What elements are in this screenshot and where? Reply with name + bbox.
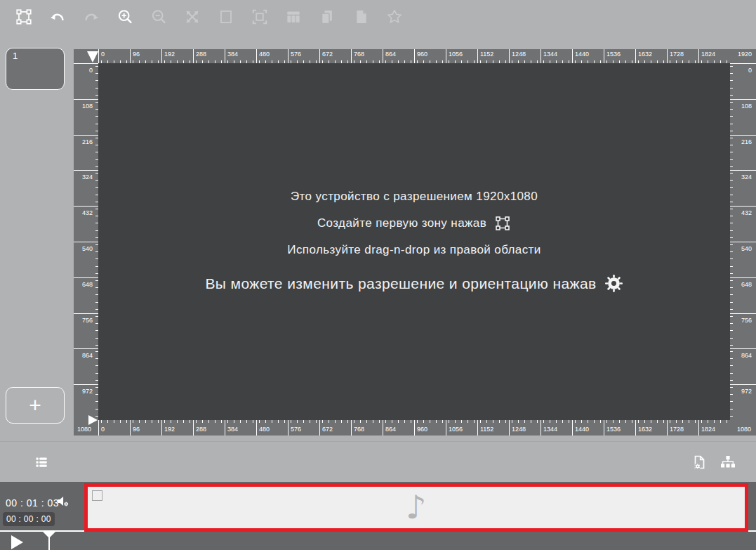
ruler-corner-top-right: 1920 — [730, 49, 756, 63]
ruler-tick-label: 1344 — [541, 49, 572, 63]
file-settings-icon[interactable] — [691, 454, 708, 471]
ruler-tick-label: 1440 — [572, 49, 604, 63]
hierarchy-icon[interactable] — [719, 454, 736, 471]
ruler-corner-bottom-right: 1080 — [730, 420, 756, 436]
ruler-tick-label: 1152 — [477, 420, 509, 436]
ruler-tick-label: 1824 — [698, 49, 730, 63]
ruler-tick-label: 480 — [256, 420, 288, 436]
undo-icon[interactable] — [48, 8, 67, 26]
ruler-tick-label: 384 — [225, 49, 256, 63]
fit-to-screen-icon[interactable] — [251, 8, 269, 26]
expand-arrows-icon[interactable] — [183, 8, 201, 26]
columns-layout-icon[interactable] — [284, 8, 303, 26]
ruler-tick-label: 324 — [730, 170, 756, 206]
ruler-tick-label: 96 — [130, 420, 161, 436]
paste-icon[interactable] — [352, 8, 370, 26]
ruler-tick-label: 648 — [74, 277, 98, 313]
ruler-tick-label: 1632 — [635, 49, 667, 63]
ruler-tick-label: 192 — [161, 49, 193, 63]
timeline: 00 : 01 : 03 00 : 00 : 00 ♪ — [0, 482, 756, 550]
zone-tool-icon — [494, 215, 511, 232]
rectangle-zone-icon[interactable] — [217, 8, 235, 26]
ruler-horizontal-top: 0961922883844805766727688649601056115212… — [74, 49, 756, 63]
ruler-tick-label: 576 — [288, 49, 319, 63]
ruler-tick-label: 1536 — [604, 49, 635, 63]
canvas-hint-line: Используйте drag-n-drop из правой област… — [287, 242, 541, 258]
ruler-marker-horizontal — [87, 51, 98, 63]
canvas-hint-line: Создайте первую зону нажав — [317, 215, 511, 231]
ruler-tick-label: 960 — [414, 49, 446, 63]
plus-icon: + — [29, 393, 41, 417]
bottom-bar — [0, 441, 756, 482]
ruler-tick-label: 972 — [730, 384, 756, 420]
ruler-tick-label: 480 — [256, 49, 288, 63]
ruler-tick-label: 1632 — [635, 420, 667, 436]
ruler-tick-label: 672 — [319, 420, 351, 436]
slide-thumbnail[interactable]: 1 — [6, 48, 65, 90]
ruler-tick-label: 768 — [351, 49, 383, 63]
timeline-duration: 00 : 01 : 03 — [6, 497, 59, 509]
toolbar — [0, 0, 756, 34]
ruler-tick-label: 1440 — [572, 420, 604, 436]
playhead-line — [48, 532, 50, 550]
ruler-tick-label: 324 — [74, 170, 98, 206]
ruler-tick-label: 864 — [730, 348, 756, 384]
play-button[interactable] — [11, 535, 23, 549]
ruler-tick-label: 0 — [98, 49, 130, 63]
favorite-star-icon[interactable] — [385, 8, 404, 26]
canvas-hint-line: Это устройство с разрешением 1920x1080 — [291, 188, 538, 204]
ruler-tick-label: 768 — [351, 420, 383, 436]
music-note-icon: ♪ — [406, 491, 426, 523]
current-time-badge: 00 : 00 : 00 — [3, 512, 55, 526]
ruler-tick-label: 108 — [730, 99, 756, 135]
ruler-tick-label: 540 — [74, 242, 98, 277]
add-slide-button[interactable]: + — [6, 387, 65, 424]
ruler-tick-label: 1728 — [667, 49, 698, 63]
ruler-tick-label: 540 — [730, 242, 756, 277]
ruler-tick-label: 1344 — [541, 420, 572, 436]
audio-settings-button[interactable] — [56, 495, 70, 509]
zoom-out-icon[interactable] — [150, 8, 168, 26]
canvas-hint-line: Вы можете изменить разрешение и ориентац… — [205, 275, 623, 292]
zone-tool-icon[interactable] — [15, 8, 33, 26]
ruler-marker-vertical — [88, 415, 98, 425]
canvas-hints: Это устройство с разрешением 1920x1080Со… — [98, 188, 730, 302]
ruler-tick-label: 864 — [383, 420, 414, 436]
ruler-tick-label: 1248 — [509, 420, 541, 436]
app-window: 1 + 096192288384480576672768864960105611… — [0, 0, 756, 550]
ruler-tick-label: 288 — [193, 49, 225, 63]
ruler-tick-label: 1056 — [446, 49, 477, 63]
ruler-tick-label: 216 — [730, 135, 756, 171]
ruler-tick-label: 1152 — [477, 49, 509, 63]
ruler-tick-label: 0 — [98, 420, 130, 436]
ruler-vertical-left: 0108216324432540648756864972 — [74, 63, 98, 420]
audio-track[interactable]: ♪ — [84, 483, 748, 532]
ruler-tick-label: 108 — [74, 99, 98, 135]
ruler-tick-label: 960 — [414, 420, 446, 436]
ruler-tick-label: 432 — [730, 206, 756, 242]
copy-icon[interactable] — [318, 8, 336, 26]
slide-number: 1 — [13, 51, 18, 61]
ruler-tick-label: 432 — [74, 206, 98, 242]
ruler-tick-label: 192 — [161, 420, 193, 436]
ruler-tick-label: 216 — [74, 135, 98, 171]
ruler-tick-label: 384 — [225, 420, 256, 436]
ruler-tick-label: 0 — [730, 63, 756, 99]
ruler-tick-label: 1536 — [604, 420, 635, 436]
ruler-tick-label: 864 — [383, 49, 414, 63]
gear-icon — [604, 274, 623, 293]
ruler-tick-label: 1824 — [698, 420, 730, 436]
device-canvas[interactable]: Это устройство с разрешением 1920x1080Со… — [98, 63, 730, 420]
ruler-vertical-right: 0108216324432540648756864972 — [730, 63, 756, 420]
ruler-tick-label: 288 — [193, 420, 225, 436]
ruler-tick-label: 1728 — [667, 420, 698, 436]
ruler-tick-label: 648 — [730, 277, 756, 313]
track-select-checkbox[interactable] — [92, 490, 102, 501]
redo-icon[interactable] — [82, 8, 100, 26]
ruler-tick-label: 0 — [74, 63, 98, 99]
ruler-tick-label: 96 — [130, 49, 161, 63]
playlist-icon[interactable] — [33, 454, 50, 471]
ruler-tick-label: 864 — [74, 348, 98, 384]
ruler-horizontal-bottom: 0961922883844805766727688649601056115212… — [74, 420, 756, 436]
zoom-in-icon[interactable] — [116, 8, 134, 26]
